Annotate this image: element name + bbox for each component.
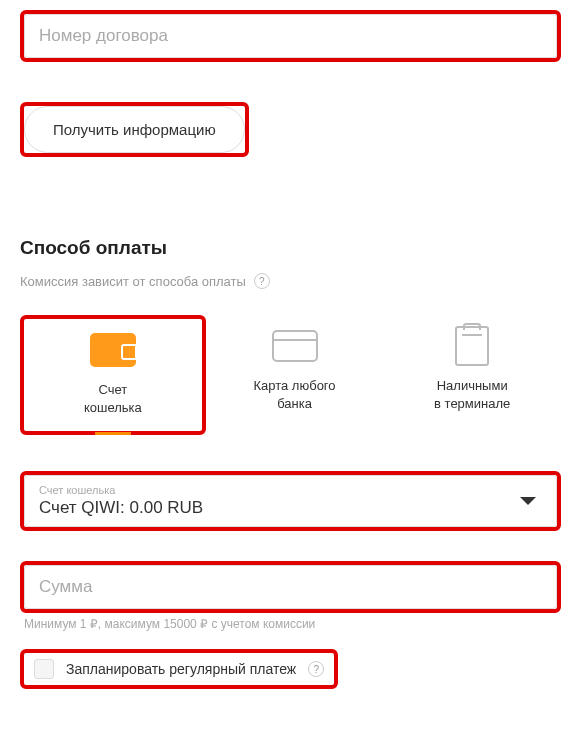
payment-method-wallet[interactable]: Счет кошелька xyxy=(20,315,206,435)
terminal-icon xyxy=(449,329,495,363)
amount-input[interactable] xyxy=(24,565,557,609)
get-info-wrapper: Получить информацию xyxy=(20,102,249,157)
contract-number-input[interactable] xyxy=(24,14,557,58)
amount-hint: Минимум 1 ₽, максимум 15000 ₽ с учетом к… xyxy=(20,617,561,631)
payment-method-label: Карта любого банка xyxy=(253,377,335,413)
help-icon[interactable]: ? xyxy=(308,661,324,677)
payment-method-card[interactable]: Карта любого банка xyxy=(206,315,384,435)
amount-wrapper xyxy=(20,561,561,613)
payment-method-label: Наличными в терминале xyxy=(434,377,510,413)
get-info-button[interactable]: Получить информацию xyxy=(24,106,245,153)
payment-method-label: Счет кошелька xyxy=(84,381,142,417)
chevron-down-icon xyxy=(520,497,536,505)
contract-number-wrapper xyxy=(20,10,561,62)
schedule-checkbox[interactable] xyxy=(34,659,54,679)
account-select-label: Счет кошелька xyxy=(39,484,520,496)
schedule-label: Запланировать регулярный платеж xyxy=(66,661,296,677)
help-icon[interactable]: ? xyxy=(254,273,270,289)
payment-method-title: Способ оплаты xyxy=(20,237,561,259)
commission-note: Комиссия зависит от способа оплаты xyxy=(20,274,246,289)
payment-method-terminal[interactable]: Наличными в терминале xyxy=(383,315,561,435)
account-select[interactable]: Счет кошелька Счет QIWI: 0.00 RUB xyxy=(24,475,557,527)
card-icon xyxy=(272,329,318,363)
account-select-wrapper: Счет кошелька Счет QIWI: 0.00 RUB xyxy=(20,471,561,531)
schedule-wrapper: Запланировать регулярный платеж ? xyxy=(20,649,338,689)
payment-methods-row: Счет кошелька Карта любого банка Наличны… xyxy=(20,315,561,435)
wallet-icon xyxy=(90,333,136,367)
commission-row: Комиссия зависит от способа оплаты ? xyxy=(20,273,561,289)
account-select-value: Счет QIWI: 0.00 RUB xyxy=(39,498,520,518)
